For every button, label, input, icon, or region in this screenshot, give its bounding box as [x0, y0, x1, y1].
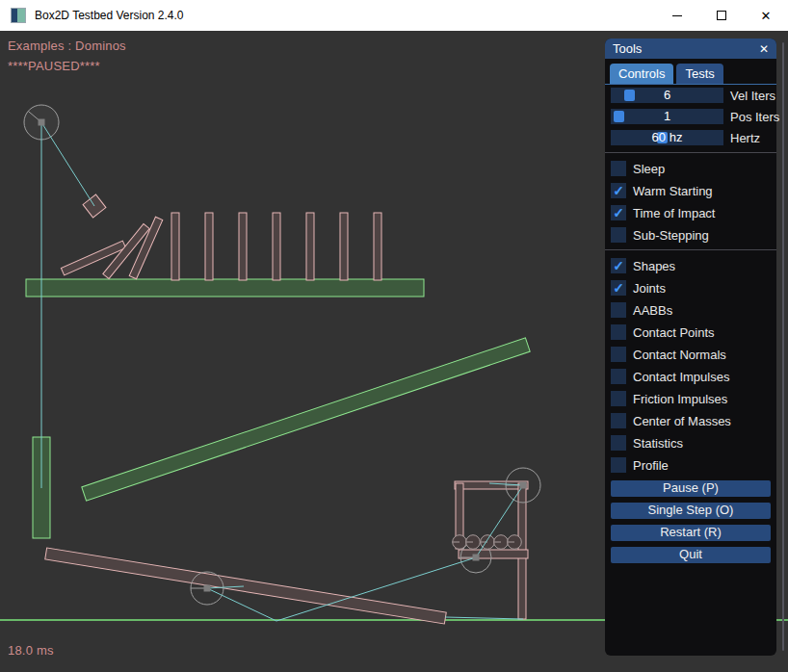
domino-standing[interactable]: [239, 213, 247, 280]
checkbox-row-sleep[interactable]: ✓ Sleep: [611, 161, 771, 176]
pos-iters-slider[interactable]: 1: [611, 109, 723, 124]
quit-button[interactable]: Quit: [611, 547, 771, 563]
dominos-platform: [26, 279, 424, 297]
window-title: Box2D Testbed Version 2.4.0: [35, 9, 184, 22]
restart-button[interactable]: Restart (R): [611, 525, 771, 541]
domino-standing[interactable]: [340, 213, 348, 280]
center-of-masses-checkbox[interactable]: ✓: [611, 413, 626, 428]
pos-iters-value: 1: [611, 109, 723, 124]
checkbox-row-contact-points[interactable]: ✓ Contact Points: [611, 324, 771, 340]
friction-impulses-label: Friction Impulses: [633, 392, 727, 406]
checkbox-row-contact-impulses[interactable]: ✓ Contact Impulses: [611, 369, 771, 384]
time-of-impact-checkbox[interactable]: ✓: [611, 205, 626, 220]
checkbox-row-warm-starting[interactable]: ✓ Warm Starting: [611, 183, 771, 198]
sub-stepping-checkbox[interactable]: ✓: [611, 227, 626, 243]
checkbox-row-time-of-impact[interactable]: ✓ Time of Impact: [611, 205, 771, 220]
sleep-label: Sleep: [633, 162, 665, 176]
tab-controls[interactable]: Controls: [610, 64, 673, 84]
checkbox-row-friction-impulses[interactable]: ✓ Friction Impulses: [611, 391, 771, 406]
sleep-checkbox[interactable]: ✓: [611, 161, 626, 176]
hertz-slider[interactable]: 60 hz: [611, 130, 723, 145]
tabbar: Controls Tests: [605, 59, 776, 85]
checkbox-row-aabbs[interactable]: ✓ AABBs: [611, 302, 771, 318]
aabbs-label: AABBs: [633, 303, 672, 318]
separator: [605, 152, 776, 153]
tab-tests[interactable]: Tests: [676, 64, 722, 84]
check-icon: ✓: [613, 184, 624, 197]
maximize-icon: [717, 11, 726, 20]
joints-checkbox[interactable]: ✓: [611, 280, 626, 296]
minimize-icon: [672, 15, 682, 16]
statistics-checkbox[interactable]: ✓: [611, 435, 626, 451]
contact-points-label: Contact Points: [633, 325, 715, 340]
vel-iters-slider-row: 6 Vel Iters: [611, 88, 771, 103]
hertz-value: 60 hz: [611, 130, 723, 145]
shelf-balls[interactable]: [453, 535, 522, 550]
checkbox-row-sub-stepping[interactable]: ✓ Sub-Stepping: [611, 227, 771, 243]
checkbox-row-joints[interactable]: ✓ Joints: [611, 280, 771, 296]
domino-standing[interactable]: [374, 213, 381, 280]
center-of-masses-label: Center of Masses: [633, 414, 731, 428]
app-icon: [11, 8, 26, 23]
pos-iters-slider-row: 1 Pos Iters: [611, 109, 771, 124]
tools-panel-header[interactable]: Tools ✕: [605, 39, 776, 59]
statistics-label: Statistics: [633, 436, 683, 451]
checkbox-row-shapes[interactable]: ✓ Shapes: [611, 258, 771, 273]
green-ramp: [82, 338, 530, 501]
domino-standing[interactable]: [171, 213, 179, 280]
aabbs-checkbox[interactable]: ✓: [611, 302, 626, 318]
domino-standing[interactable]: [273, 213, 280, 280]
titlebar: Box2D Testbed Version 2.4.0 ✕: [0, 0, 788, 31]
warm-starting-label: Warm Starting: [633, 184, 713, 198]
tools-panel-scrollbar[interactable]: [782, 42, 784, 651]
domino-standing[interactable]: [205, 213, 213, 280]
pause-button[interactable]: Pause (P): [611, 480, 771, 497]
shapes-label: Shapes: [633, 259, 675, 273]
maximize-button[interactable]: [699, 0, 744, 31]
checkbox-row-center-of-masses[interactable]: ✓ Center of Masses: [611, 413, 771, 428]
sub-stepping-label: Sub-Stepping: [633, 228, 709, 243]
checkbox-row-profile[interactable]: ✓ Profile: [611, 457, 771, 473]
hertz-label: Hertz: [730, 131, 760, 145]
tools-panel-title: Tools: [613, 41, 642, 56]
check-icon: ✓: [613, 281, 624, 295]
separator: [605, 249, 776, 250]
checkbox-row-statistics[interactable]: ✓ Statistics: [611, 435, 771, 451]
single-step-button[interactable]: Single Step (O): [611, 503, 771, 519]
tools-panel-close-icon[interactable]: ✕: [759, 42, 769, 56]
profile-checkbox[interactable]: ✓: [611, 457, 626, 473]
vel-iters-value: 6: [611, 88, 723, 103]
close-button[interactable]: ✕: [744, 0, 788, 31]
time-of-impact-label: Time of Impact: [633, 206, 715, 220]
check-icon: ✓: [613, 206, 624, 220]
friction-impulses-checkbox[interactable]: ✓: [611, 391, 626, 406]
contact-normals-checkbox[interactable]: ✓: [611, 347, 626, 362]
shapes-checkbox[interactable]: ✓: [611, 258, 626, 273]
domino-standing[interactable]: [306, 213, 314, 280]
minimize-button[interactable]: [655, 0, 699, 31]
vel-iters-slider[interactable]: 6: [611, 88, 723, 103]
close-icon: ✕: [761, 10, 772, 22]
joints-label: Joints: [633, 281, 666, 296]
contact-impulses-label: Contact Impulses: [633, 370, 729, 384]
simulation-viewport[interactable]: Examples : Dominos ****PAUSED**** 18.0 m…: [0, 31, 788, 672]
vel-iters-label: Vel Iters: [730, 89, 775, 103]
check-icon: ✓: [613, 259, 624, 272]
paused-label: ****PAUSED****: [8, 59, 100, 73]
checkbox-row-contact-normals[interactable]: ✓ Contact Normals: [611, 347, 771, 362]
contact-points-checkbox[interactable]: ✓: [611, 324, 626, 340]
app-window: Box2D Testbed Version 2.4.0 ✕: [0, 0, 788, 672]
warm-starting-checkbox[interactable]: ✓: [611, 183, 626, 198]
example-name-label: Examples : Dominos: [8, 39, 126, 53]
profile-label: Profile: [633, 458, 669, 473]
contact-normals-label: Contact Normals: [633, 348, 726, 362]
frame-time-label: 18.0 ms: [8, 643, 54, 658]
hertz-slider-row: 60 hz Hertz: [611, 130, 771, 145]
tools-panel: Tools ✕ Controls Tests 6 Vel Iters: [605, 39, 776, 656]
pos-iters-label: Pos Iters: [730, 110, 779, 124]
body-center-markers: [39, 119, 527, 592]
contact-impulses-checkbox[interactable]: ✓: [611, 369, 626, 384]
